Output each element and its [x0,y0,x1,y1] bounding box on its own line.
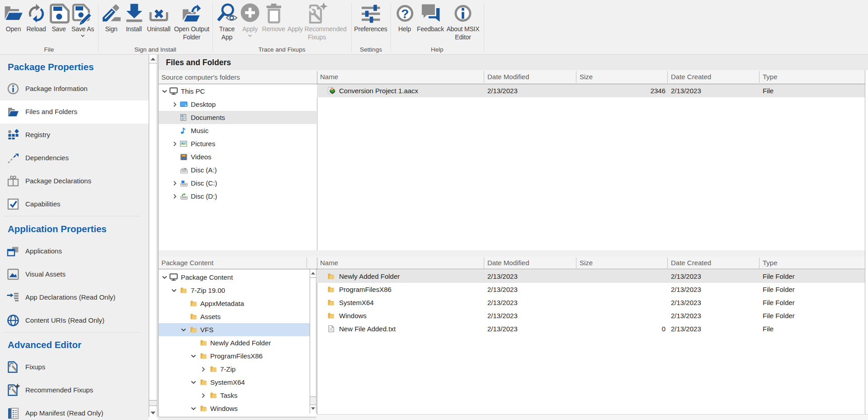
svg-text:?: ? [401,7,409,21]
